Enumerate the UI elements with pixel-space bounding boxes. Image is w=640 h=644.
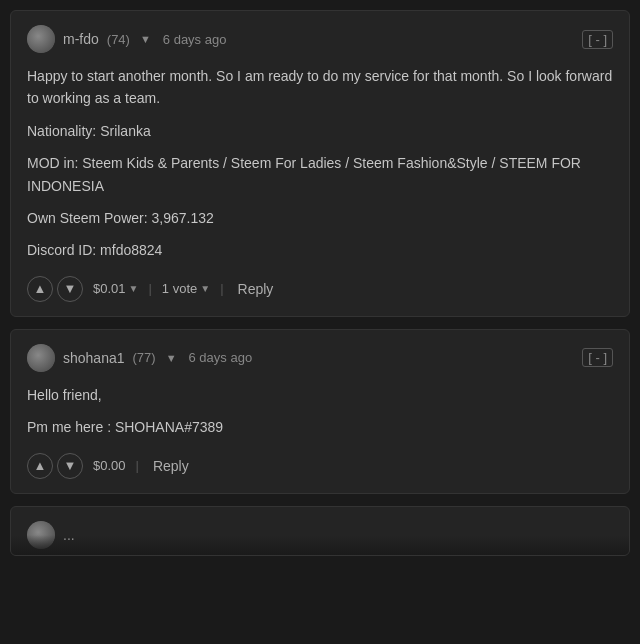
vote-buttons-1: ▲ ▼: [27, 276, 83, 302]
username-2[interactable]: shohana1: [63, 350, 125, 366]
comment-card-1: m-fdo (74) ▼ 6 days ago [ - ] Happy to s…: [10, 10, 630, 317]
body-paragraph-2-1: Pm me here : SHOHANA#7389: [27, 416, 613, 438]
body-paragraph-1-3: Own Steem Power: 3,967.132: [27, 207, 613, 229]
divider-3: |: [136, 458, 139, 473]
vote-buttons-2: ▲ ▼: [27, 453, 83, 479]
comment-header-left-2: shohana1 (77) ▼ 6 days ago: [27, 344, 252, 372]
comment-body-1: Happy to start another month. So I am re…: [27, 65, 613, 262]
amount-1: $0.01 ▼: [93, 281, 138, 296]
comment-header-partial: ...: [27, 521, 613, 549]
amount-value-2: $0.00: [93, 458, 126, 473]
collapse-button-1[interactable]: [ - ]: [582, 30, 613, 49]
body-paragraph-1-4: Discord ID: mfdo8824: [27, 239, 613, 261]
comment-header-2: shohana1 (77) ▼ 6 days ago [ - ]: [27, 344, 613, 372]
comment-card-2: shohana1 (77) ▼ 6 days ago [ - ] Hello f…: [10, 329, 630, 494]
body-paragraph-1-2: MOD in: Steem Kids & Parents / Steem For…: [27, 152, 613, 197]
reputation-1: (74): [107, 32, 130, 47]
comment-footer-2: ▲ ▼ $0.00 | Reply: [27, 453, 613, 479]
username-1[interactable]: m-fdo: [63, 31, 99, 47]
timestamp-1: 6 days ago: [163, 32, 227, 47]
avatar-2: [27, 344, 55, 372]
comment-card-partial: ...: [10, 506, 630, 556]
comment-body-2: Hello friend, Pm me here : SHOHANA#7389: [27, 384, 613, 439]
divider-2: |: [220, 281, 223, 296]
reply-button-1[interactable]: Reply: [234, 279, 278, 299]
comment-header-1: m-fdo (74) ▼ 6 days ago [ - ]: [27, 25, 613, 53]
username-dropdown-2[interactable]: ▼: [166, 352, 177, 364]
vote-count-dropdown-1[interactable]: ▼: [200, 283, 210, 294]
vote-count-1: 1 vote ▼: [162, 281, 210, 296]
reputation-2: (77): [133, 350, 156, 365]
comment-header-left-1: m-fdo (74) ▼ 6 days ago: [27, 25, 226, 53]
comment-footer-1: ▲ ▼ $0.01 ▼ | 1 vote ▼ | Reply: [27, 276, 613, 302]
body-paragraph-2-0: Hello friend,: [27, 384, 613, 406]
upvote-button-1[interactable]: ▲: [27, 276, 53, 302]
body-paragraph-1-0: Happy to start another month. So I am re…: [27, 65, 613, 110]
username-dropdown-1[interactable]: ▼: [140, 33, 151, 45]
username-partial: ...: [63, 527, 75, 543]
timestamp-2: 6 days ago: [189, 350, 253, 365]
reply-button-2[interactable]: Reply: [149, 456, 193, 476]
comment-header-left-partial: ...: [27, 521, 75, 549]
collapse-button-2[interactable]: [ - ]: [582, 348, 613, 367]
body-paragraph-1-1: Nationality: Srilanka: [27, 120, 613, 142]
vote-count-value-1: 1 vote: [162, 281, 197, 296]
avatar-partial: [27, 521, 55, 549]
amount-2: $0.00: [93, 458, 126, 473]
divider-1: |: [148, 281, 151, 296]
amount-value-1: $0.01: [93, 281, 126, 296]
downvote-button-1[interactable]: ▼: [57, 276, 83, 302]
downvote-button-2[interactable]: ▼: [57, 453, 83, 479]
avatar-1: [27, 25, 55, 53]
amount-dropdown-1[interactable]: ▼: [129, 283, 139, 294]
upvote-button-2[interactable]: ▲: [27, 453, 53, 479]
